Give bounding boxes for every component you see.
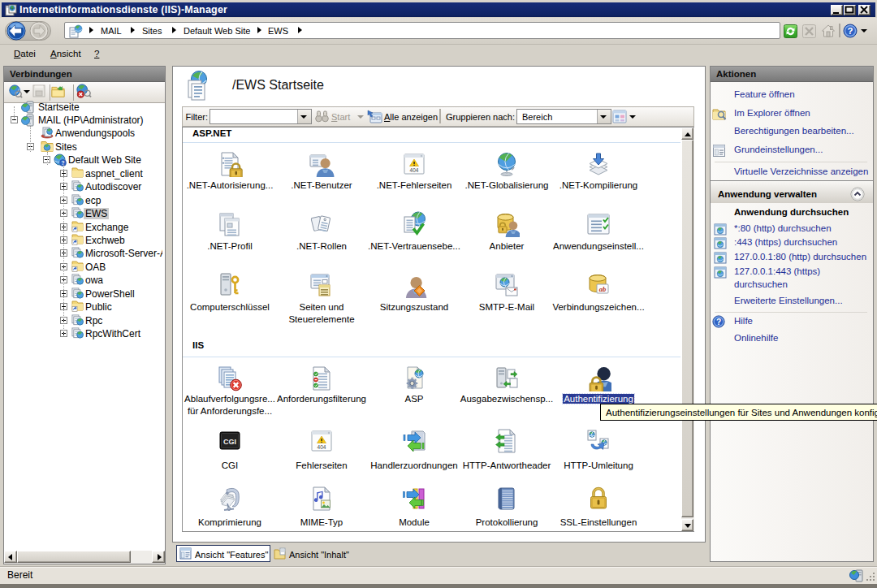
- svg-text:?: ?: [847, 26, 853, 36]
- svg-text:404: 404: [410, 167, 419, 173]
- svg-text:ab: ab: [599, 285, 607, 293]
- svg-text:?: ?: [716, 318, 721, 326]
- svg-text:CGI: CGI: [223, 438, 236, 446]
- svg-text:404: 404: [318, 444, 326, 450]
